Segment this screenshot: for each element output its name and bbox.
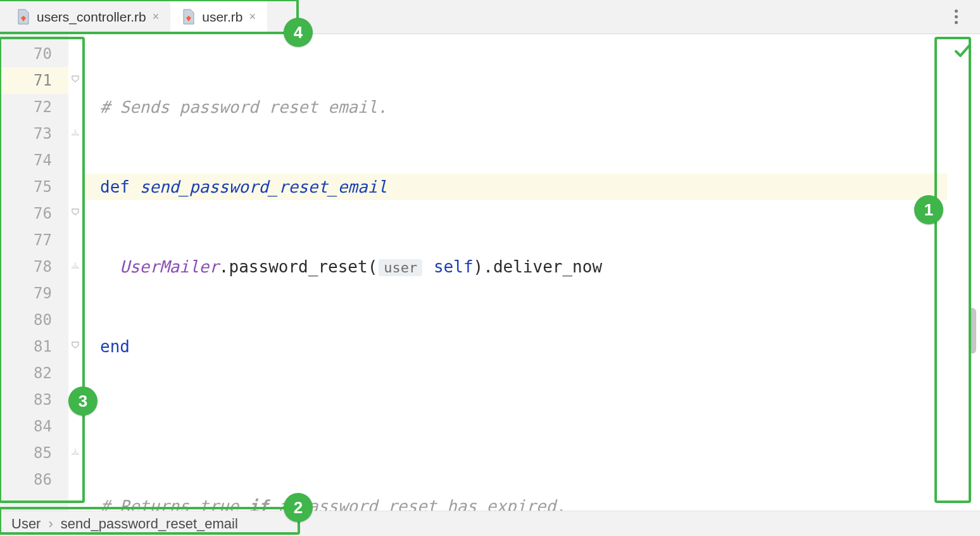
line-number[interactable]: 76 — [0, 200, 68, 227]
line-number[interactable]: 75 — [0, 174, 68, 200]
tab-label: users_controller.rb — [37, 10, 146, 25]
more-vertical-icon[interactable] — [947, 8, 965, 26]
code-area[interactable]: # Sends password reset email. def send_p… — [82, 34, 980, 511]
line-number[interactable]: 77 — [0, 227, 68, 253]
line-number[interactable]: 83 — [0, 386, 68, 413]
breadcrumb: User › send_password_reset_email — [0, 511, 980, 536]
fold-end-icon[interactable] — [68, 440, 82, 466]
line-number-gutter[interactable]: 70 71 72 73 74 75 76 77 78 79 80 81 82 8… — [0, 34, 68, 511]
line-number[interactable]: 79 — [0, 280, 68, 307]
fold-marker-icon[interactable] — [68, 200, 82, 227]
line-number[interactable]: 85 — [0, 440, 68, 466]
breadcrumb-item[interactable]: send_password_reset_email — [61, 516, 238, 532]
tab-user[interactable]: user.rb × — [170, 0, 267, 34]
marker-bar[interactable] — [947, 34, 980, 511]
inspection-ok-icon[interactable] — [953, 42, 971, 62]
close-icon[interactable]: × — [249, 10, 256, 23]
code-text: end — [100, 337, 130, 356]
line-number[interactable]: 81 — [0, 333, 68, 360]
fold-marker-icon[interactable] — [68, 67, 82, 94]
code-editor[interactable]: 70 71 72 73 74 75 76 77 78 79 80 81 82 8… — [0, 34, 980, 511]
chevron-right-icon: › — [48, 516, 53, 532]
line-number[interactable]: 84 — [0, 413, 68, 440]
tab-label: user.rb — [202, 10, 242, 25]
code-text: send_password_reset_email — [140, 177, 387, 196]
fold-end-icon[interactable] — [68, 120, 82, 147]
close-icon[interactable]: × — [153, 10, 160, 23]
breadcrumb-item[interactable]: User — [11, 516, 41, 532]
editor-tabs: users_controller.rb × user.rb × — [0, 0, 980, 34]
line-number[interactable]: 72 — [0, 94, 68, 120]
line-number[interactable]: 70 — [0, 41, 68, 67]
fold-end-icon[interactable] — [68, 253, 82, 280]
code-text: def — [100, 177, 140, 196]
scrollbar-thumb[interactable] — [969, 308, 976, 354]
line-number[interactable]: 82 — [0, 360, 68, 386]
ruby-file-icon — [182, 9, 196, 25]
line-number[interactable]: 86 — [0, 466, 68, 493]
line-number[interactable]: 74 — [0, 147, 68, 174]
code-text: self — [424, 257, 473, 276]
line-number[interactable]: 78 — [0, 253, 68, 280]
code-text: .password_reset( — [219, 257, 377, 276]
code-text: ).deliver_now — [474, 257, 603, 276]
tab-users-controller[interactable]: users_controller.rb × — [5, 0, 170, 34]
fold-marker-icon[interactable] — [68, 333, 82, 360]
inlay-hint: user — [379, 259, 422, 276]
line-number[interactable]: 71 — [0, 67, 68, 94]
code-text: UserMailer — [120, 257, 219, 276]
ruby-file-icon — [16, 9, 30, 25]
line-number[interactable]: 73 — [0, 120, 68, 147]
line-number[interactable]: 80 — [0, 307, 68, 333]
code-text: # Sends password reset email. — [100, 98, 387, 117]
fold-column — [68, 34, 82, 511]
